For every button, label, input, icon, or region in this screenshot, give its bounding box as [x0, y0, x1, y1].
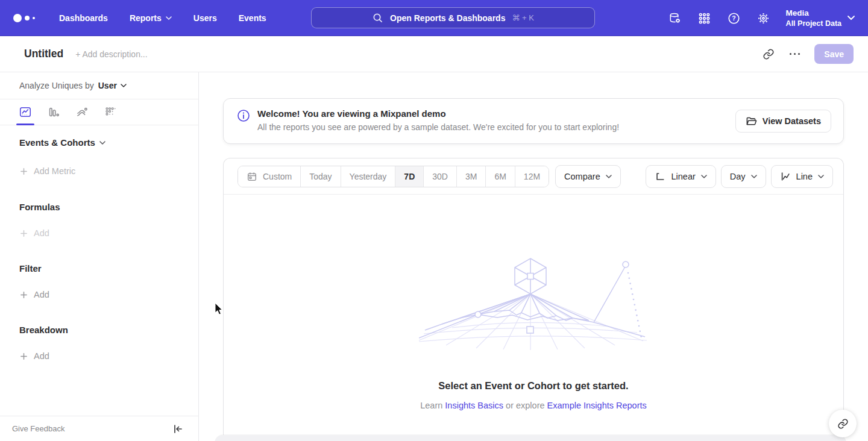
range-7d[interactable]: 7D	[395, 166, 423, 187]
share-link-fab[interactable]	[829, 410, 857, 437]
line-chart-icon	[780, 171, 791, 182]
add-metric-button[interactable]: Add Metric	[0, 166, 198, 176]
events-cohorts-label: Events & Cohorts	[19, 137, 95, 148]
analyze-prefix-label: Analyze Uniques by	[19, 81, 94, 90]
range-30d[interactable]: 30D	[423, 166, 456, 187]
project-scope: All Project Data	[786, 19, 841, 28]
range-7d-label: 7D	[404, 172, 415, 181]
welcome-banner: Welcome! You are viewing a Mixpanel demo…	[223, 98, 844, 144]
nav-items: Dashboards Reports Users Events	[59, 13, 266, 23]
hint-prefix: Learn	[420, 401, 442, 410]
empty-state-illustration	[419, 257, 648, 350]
chevron-down-icon	[701, 175, 707, 178]
chart-type-label: Line	[796, 172, 813, 181]
report-header-actions: Save	[762, 44, 854, 64]
nav-dashboards[interactable]: Dashboards	[59, 13, 108, 23]
query-builder-sidebar: Analyze Uniques by User	[0, 72, 199, 441]
breakdown-section-header: Breakdown	[0, 325, 198, 335]
add-breakdown-button[interactable]: Add	[0, 351, 198, 361]
chevron-down-icon	[166, 16, 172, 20]
tab-insights[interactable]	[18, 105, 33, 119]
report-type-tabs	[0, 99, 198, 125]
hint-middle: or explore	[506, 401, 544, 410]
data-management-icon[interactable]	[668, 11, 682, 25]
nav-dashboards-label: Dashboards	[59, 13, 108, 23]
range-today[interactable]: Today	[300, 166, 340, 187]
nav-events-label: Events	[239, 13, 266, 23]
chart-display-controls: Linear Day Line	[646, 165, 833, 188]
empty-state-title: Select an Event or Cohort to get started…	[224, 380, 843, 392]
insights-chart-icon	[19, 105, 32, 119]
analyze-value-dropdown[interactable]: User	[98, 81, 127, 90]
mixpanel-logo-icon[interactable]	[13, 14, 35, 22]
scale-dropdown[interactable]: Linear	[646, 165, 715, 188]
range-custom-label: Custom	[263, 172, 292, 181]
formulas-label: Formulas	[19, 202, 60, 212]
range-yesterday[interactable]: Yesterday	[341, 166, 395, 187]
range-3m-label: 3M	[465, 172, 477, 181]
give-feedback-link[interactable]: Give Feedback	[12, 424, 64, 433]
range-custom[interactable]: Custom	[238, 166, 300, 187]
range-6m[interactable]: 6M	[485, 166, 514, 187]
project-name: Media	[786, 8, 841, 19]
welcome-subtitle: All the reports you see are powered by a…	[257, 122, 619, 132]
report-header: Untitled + Add description... Save	[0, 36, 868, 72]
compare-dropdown[interactable]: Compare	[555, 165, 621, 188]
view-datasets-button[interactable]: View Datasets	[735, 110, 831, 133]
welcome-title: Welcome! You are viewing a Mixpanel demo	[257, 108, 619, 119]
chevron-down-icon	[848, 16, 855, 20]
help-icon[interactable]: ?	[727, 11, 741, 25]
plus-icon	[20, 291, 28, 299]
range-12m[interactable]: 12M	[515, 166, 549, 187]
breakdown-label: Breakdown	[19, 325, 68, 335]
chart-type-dropdown[interactable]: Line	[771, 165, 833, 188]
tab-retention[interactable]	[103, 105, 118, 119]
apps-grid-icon[interactable]	[697, 11, 712, 25]
report-title[interactable]: Untitled	[24, 48, 63, 60]
project-switcher[interactable]: Media All Project Data	[786, 8, 855, 28]
mixpanel-insights-screen: Dashboards Reports Users Events Open Rep…	[0, 0, 868, 441]
report-description-placeholder[interactable]: + Add description...	[75, 49, 147, 59]
view-datasets-label: View Datasets	[763, 116, 821, 126]
main-content: Welcome! You are viewing a Mixpanel demo…	[199, 72, 868, 441]
global-search-button[interactable]: Open Reports & Dashboards ⌘ + K	[311, 7, 595, 28]
filter-label: Filter	[19, 263, 42, 274]
nav-right-cluster: ? Media All Project Data	[668, 0, 855, 36]
tab-funnels[interactable]	[46, 105, 61, 119]
add-formula-button[interactable]: Add	[0, 228, 198, 238]
add-filter-label: Add	[34, 290, 49, 299]
formulas-section-header: Formulas	[0, 202, 198, 212]
add-formula-label: Add	[34, 228, 49, 238]
bar-chart-icon	[47, 105, 60, 119]
plus-icon	[20, 230, 28, 237]
add-filter-button[interactable]: Add	[0, 290, 198, 299]
nav-users[interactable]: Users	[193, 13, 217, 23]
events-cohorts-section-header[interactable]: Events & Cohorts	[0, 137, 198, 148]
save-button[interactable]: Save	[814, 44, 854, 64]
interval-dropdown[interactable]: Day	[721, 165, 766, 188]
chevron-down-icon	[818, 175, 824, 178]
date-range-segmented-control: Custom Today Yesterday 7D 30D 3M 6M 12M	[237, 166, 549, 187]
search-label: Open Reports & Dashboards	[390, 13, 505, 23]
svg-text:?: ?	[732, 14, 735, 22]
range-3m[interactable]: 3M	[456, 166, 485, 187]
nav-events[interactable]: Events	[239, 13, 266, 23]
add-breakdown-label: Add	[34, 351, 49, 361]
compare-label: Compare	[564, 172, 600, 181]
example-reports-link[interactable]: Example Insights Reports	[547, 401, 647, 410]
settings-gear-icon[interactable]	[756, 11, 771, 25]
link-icon	[837, 418, 849, 430]
insights-basics-link[interactable]: Insights Basics	[445, 401, 503, 410]
nav-reports[interactable]: Reports	[130, 13, 172, 23]
collapse-sidebar-icon[interactable]	[172, 423, 184, 435]
copy-link-icon[interactable]	[762, 48, 775, 61]
flow-curves-icon	[75, 105, 89, 119]
range-6m-label: 6M	[494, 172, 506, 181]
retention-dots-icon	[104, 105, 117, 119]
folder-icon	[746, 116, 757, 127]
analyze-value-label: User	[98, 81, 117, 90]
more-options-icon[interactable]	[788, 51, 802, 58]
scale-label: Linear	[671, 172, 695, 181]
chart-toolbar: Custom Today Yesterday 7D 30D 3M 6M 12M …	[224, 158, 843, 195]
tab-flows[interactable]	[75, 105, 89, 119]
